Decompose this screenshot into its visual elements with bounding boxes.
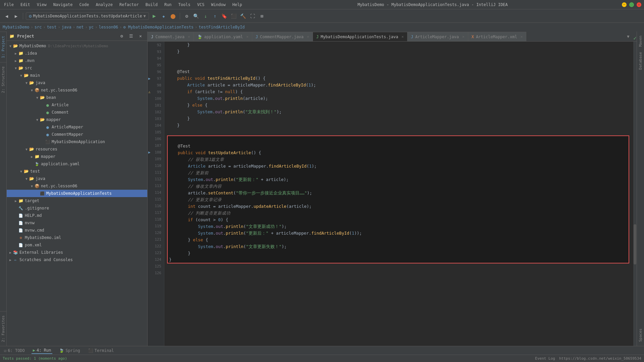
menu-tools[interactable]: Tools <box>177 2 192 8</box>
menu-navigate[interactable]: Navigate <box>52 2 74 8</box>
tests-status[interactable]: Tests passed: 1 (moments ago) <box>3 356 67 361</box>
tab-appyaml-close[interactable]: ✕ <box>246 35 249 39</box>
tab-project[interactable]: 1: Project <box>0 32 6 62</box>
menu-analyze[interactable]: Analyze <box>94 2 114 8</box>
tree-item-mvnwcmd[interactable]: 📄 mvnw.cmd <box>7 227 147 234</box>
tree-item-src[interactable]: ▼ 📂 src <box>7 64 147 72</box>
tab-commentmapper-close[interactable]: ✕ <box>307 35 309 39</box>
layout-icon[interactable]: ⊞ <box>258 12 266 20</box>
bottom-tab-todo[interactable]: ☑ 6: TODO <box>3 348 26 354</box>
build-icon[interactable]: 🔨 <box>239 12 247 20</box>
sidebar-maven[interactable]: Maven <box>638 33 643 49</box>
bottom-tab-run[interactable]: ▶ 4: Run <box>32 347 53 354</box>
back-icon[interactable]: ◀ <box>3 12 11 20</box>
window-controls[interactable]: ─ □ ✕ <box>622 2 641 7</box>
tab-favorites[interactable]: 2: Favorites <box>0 311 6 346</box>
menu-bar[interactable]: File Edit View Navigate Code Analyze Ref… <box>3 2 244 8</box>
tab-apptest-active[interactable]: J MybatisDemoApplicationTests.java ✕ <box>313 32 408 41</box>
breadcrumb-lesson[interactable]: lesson06 <box>99 25 118 29</box>
menu-run[interactable]: Run <box>163 2 173 8</box>
tree-item-ext-libs[interactable]: ▶ 📚 External Libraries <box>7 249 147 256</box>
menu-refactor[interactable]: Refactor <box>118 2 140 8</box>
tab-apptest-close[interactable]: ✕ <box>401 35 404 39</box>
tree-item-app[interactable]: ⬛ MybatisDemoApplication <box>7 138 147 145</box>
tree-item-test[interactable]: ▼ 📂 test <box>7 168 147 175</box>
code-scrollbar[interactable] <box>633 42 637 346</box>
menu-view[interactable]: View <box>36 2 48 8</box>
tree-item-gitignore[interactable]: 🔧 .gitignore <box>7 204 147 212</box>
bottom-tab-terminal[interactable]: ⬛ Terminal <box>87 348 115 354</box>
debug-button[interactable]: ⬥ <box>160 12 168 20</box>
tree-item-bean[interactable]: ▼ 📂 bean <box>7 94 147 101</box>
vcs-update-icon[interactable]: ↓ <box>202 12 210 20</box>
tabs-more-button[interactable]: ▼ <box>624 34 632 39</box>
tree-item-package[interactable]: ▼ 📦 net.yc.lesson06 <box>7 86 147 94</box>
gutter-108[interactable]: ▶ 108 <box>148 149 164 156</box>
tab-articlemapper[interactable]: J ArticleMapper.java ✕ <box>408 32 468 41</box>
maximize-button[interactable]: □ <box>629 2 634 7</box>
vcs-push-icon[interactable]: ↑ <box>211 12 219 20</box>
menu-build[interactable]: Build <box>144 2 159 8</box>
tree-item-mvnw[interactable]: 📄 mvnw <box>7 219 147 227</box>
tree-item-commentmapper[interactable]: ● CommentMapper <box>7 131 147 138</box>
project-hide-icon[interactable]: ✕ <box>137 32 145 40</box>
menu-edit[interactable]: Edit <box>19 2 32 8</box>
tree-item-help[interactable]: 📄 HELP.md <box>7 212 147 219</box>
tree-item-articlemapper[interactable]: ● ArticleMapper <box>7 123 147 131</box>
csdn-link[interactable]: https://blog.csdn.net/weixin_50659534 <box>559 356 641 361</box>
terminal-icon[interactable]: ⬛ <box>230 12 238 20</box>
tree-item-test-java[interactable]: ▼ 📂 java <box>7 175 147 182</box>
sidebar-database[interactable]: Database <box>638 49 643 72</box>
settings-icon[interactable]: ⚙ <box>183 12 191 20</box>
run-icon-97[interactable]: ▶ <box>148 76 151 81</box>
gutter-97[interactable]: ▶ 97 <box>148 75 164 82</box>
tree-item-test-package[interactable]: ▼ 📦 net.yc.lesson06 <box>7 182 147 190</box>
breadcrumb-root[interactable]: MybatisDemo <box>3 25 29 29</box>
tab-appyaml[interactable]: 🍃 application.yaml ✕ <box>194 32 252 41</box>
expand-icon[interactable]: ⛶ <box>249 12 257 20</box>
project-settings-icon[interactable]: ⚙ <box>118 32 126 40</box>
tree-item-main[interactable]: ▼ 📂 main <box>7 72 147 79</box>
tab-commentmapper[interactable]: J CommentMapper.java ✕ <box>252 32 313 41</box>
tree-item-resources[interactable]: ▼ 📂 resources <box>7 145 147 153</box>
tree-item-article[interactable]: ● Article <box>7 101 147 109</box>
search-icon[interactable]: 🔍 <box>192 12 200 20</box>
scrollbar-thumb[interactable] <box>634 224 636 264</box>
tree-item-root[interactable]: ▼ 📂 MybatisDemo D:\IdeaProjects\MybatisD… <box>7 42 147 50</box>
tab-comment-close[interactable]: ✕ <box>188 35 190 39</box>
tab-articlexml[interactable]: X ArticleMapper.xml ✕ <box>468 32 527 41</box>
sidebar-spaces[interactable]: Spaces <box>638 326 643 345</box>
tree-item-appyaml[interactable]: 🍃 application.yaml <box>7 160 147 168</box>
project-collapse-icon[interactable]: ☰ <box>127 32 135 40</box>
breadcrumb-class[interactable]: ⚙ MybatisDemoApplicationTests <box>123 25 194 29</box>
tab-comment[interactable]: J Comment.java ✕ <box>148 32 194 41</box>
breadcrumb-src[interactable]: src <box>35 25 42 29</box>
tree-item-idea[interactable]: ▶ 📁 .idea <box>7 50 147 57</box>
tree-item-iml[interactable]: ⚙ MybatisDemo.iml <box>7 234 147 241</box>
tree-item-apptest[interactable]: ⬛ MybatisDemoApplicationTests <box>7 190 147 197</box>
menu-help[interactable]: Help <box>231 2 244 8</box>
tab-articlexml-close[interactable]: ✕ <box>521 35 523 39</box>
code-content[interactable]: } } @Test public void testFindArticleByI… <box>164 42 633 346</box>
menu-vcs[interactable]: VCS <box>196 2 206 8</box>
tree-item-target[interactable]: ▶ 📁 target <box>7 197 147 204</box>
run-button[interactable]: ▶ <box>150 12 158 20</box>
run-coverage-button[interactable]: ⬤ <box>169 12 177 20</box>
tree-item-comment[interactable]: ● Comment <box>7 109 147 116</box>
breadcrumb-net[interactable]: net <box>76 25 84 29</box>
bottom-tab-spring[interactable]: 🍃 Spring <box>58 348 81 354</box>
breadcrumb-yc[interactable]: yc <box>89 25 94 29</box>
forward-icon[interactable]: ▶ <box>12 12 20 20</box>
tree-item-mapper[interactable]: ▼ 📂 mapper <box>7 116 147 123</box>
close-button[interactable]: ✕ <box>637 2 641 7</box>
tab-structure[interactable]: 2: Structure <box>0 62 6 97</box>
minimize-button[interactable]: ─ <box>622 2 627 7</box>
tab-articlemapper-close[interactable]: ✕ <box>462 35 465 39</box>
tree-item-pom[interactable]: 📄 pom.xml <box>7 241 147 249</box>
breadcrumb-test[interactable]: test <box>47 25 57 29</box>
breadcrumb-method[interactable]: testFindArticleById <box>199 25 245 29</box>
run-icon-108[interactable]: ▶ <box>148 150 151 155</box>
tree-item-mapper-res[interactable]: ▶ 📁 mapper <box>7 153 147 160</box>
bookmark-icon[interactable]: 🔖 <box>220 12 228 20</box>
menu-file[interactable]: File <box>3 2 15 8</box>
